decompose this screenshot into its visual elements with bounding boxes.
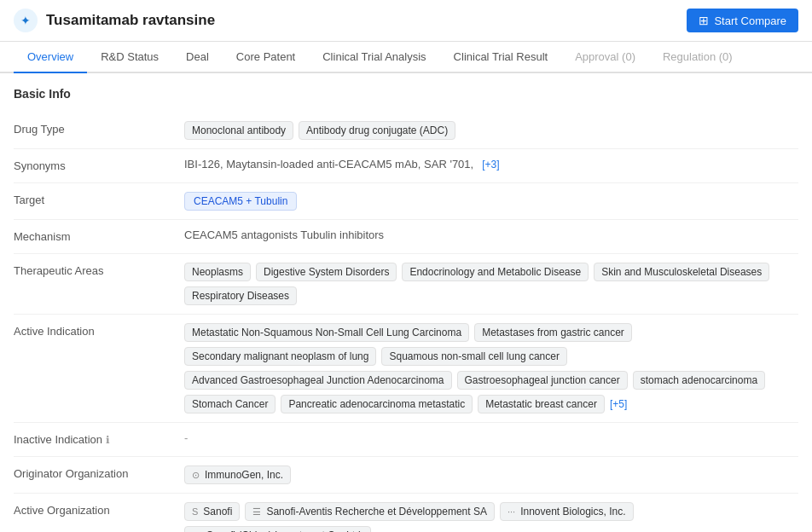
tag-5-4: Advanced Gastroesophageal Junction Adeno… — [184, 371, 452, 390]
field-label-1: Synonyms — [14, 158, 184, 172]
nav-tabs: OverviewR&D StatusDealCore PatentClinica… — [0, 42, 812, 73]
org-icon-7-0: ⊙ — [192, 470, 200, 481]
tag-5-1: Metastases from gastric cancer — [474, 323, 632, 342]
field-row-6: Inactive Indicationℹ- — [14, 423, 798, 457]
org-tag-8-2: ···Innovent Biologics, Inc. — [500, 502, 634, 521]
tag-5-7: Stomach Cancer — [184, 395, 276, 413]
tag-4-1: Digestive System Disorders — [256, 263, 397, 281]
tag-5-9: Metastatic breast cancer — [478, 395, 605, 413]
nav-tab-regulation--0-: Regulation (0) — [649, 42, 746, 73]
nav-tab-clinical-trial-result[interactable]: Clinical Trial Result — [440, 42, 562, 73]
tag-0-1: Antibody drug conjugate (ADC) — [299, 121, 455, 140]
plain-text-3: CEACAM5 antagonists Tubulin inhibitors — [184, 228, 384, 241]
field-label-4: Therapeutic Areas — [14, 263, 184, 277]
start-compare-button[interactable]: ⊞ Start Compare — [687, 9, 798, 32]
nav-tab-approval--0-: Approval (0) — [561, 42, 649, 73]
nav-tab-deal[interactable]: Deal — [172, 42, 223, 73]
org-name-7-0: ImmunoGen, Inc. — [205, 469, 283, 481]
field-value-0: Monoclonal antibodyAntibody drug conjuga… — [184, 121, 798, 140]
tag-5-5: Gastroesophageal junction cancer — [457, 371, 628, 390]
field-value-8: SSanofi☰Sanofi-Aventis Recherche et Déve… — [184, 502, 798, 532]
drug-title: Tusamitamab ravtansine — [46, 12, 215, 29]
tag-0-0: Monoclonal antibody — [184, 121, 293, 140]
tag-5-0: Metastatic Non-Squamous Non-Small Cell L… — [184, 323, 469, 342]
plain-text-1: IBI-126, Maytansin-loaded anti-CEACAM5 m… — [184, 158, 473, 171]
compare-icon: ⊞ — [699, 14, 709, 27]
field-label-7: Originator Organization — [14, 466, 184, 480]
field-label-2: Target — [14, 192, 184, 206]
field-label-0: Drug Type — [14, 121, 184, 136]
tag-5-3: Squamous non-small cell lung cancer — [381, 347, 566, 366]
org-icon-8-1: ☰ — [252, 506, 261, 518]
target-tag-2: CEACAM5 + Tubulin — [184, 192, 297, 211]
field-value-6: - — [184, 431, 798, 444]
org-name-8-0: Sanofi — [203, 506, 232, 518]
field-value-2: CEACAM5 + Tubulin — [184, 192, 798, 211]
field-row-7: Originator Organization⊙ImmunoGen, Inc. — [14, 457, 798, 494]
field-label-6: Inactive Indicationℹ — [14, 431, 184, 446]
nav-tab-overview[interactable]: Overview — [14, 42, 87, 73]
field-value-5: Metastatic Non-Squamous Non-Small Cell L… — [184, 323, 798, 413]
org-tag-8-0: SSanofi — [184, 502, 240, 521]
field-row-1: SynonymsIBI-126, Maytansin-loaded anti-C… — [14, 149, 798, 183]
field-label-8: Active Organization — [14, 502, 184, 517]
content: Basic Info Drug TypeMonoclonal antibodyA… — [0, 73, 812, 532]
org-tag-8-3: →Sanofi (China) Investment Co. Ltd. — [184, 526, 371, 532]
section-title: Basic Info — [14, 87, 798, 101]
tag-4-3: Skin and Musculoskeletal Diseases — [594, 263, 769, 281]
field-value-7: ⊙ImmunoGen, Inc. — [184, 466, 798, 484]
fields-container: Drug TypeMonoclonal antibodyAntibody dru… — [14, 113, 798, 532]
header: ✦ Tusamitamab ravtansine ⊞ Start Compare — [0, 0, 812, 42]
org-tag-8-1: ☰Sanofi-Aventis Recherche et Développeme… — [245, 502, 495, 521]
field-row-5: Active IndicationMetastatic Non-Squamous… — [14, 315, 798, 423]
field-value-3: CEACAM5 antagonists Tubulin inhibitors — [184, 228, 798, 241]
tag-4-0: Neoplasms — [184, 263, 251, 281]
tag-4-2: Endocrinology and Metabolic Disease — [402, 263, 589, 281]
tag-4-4: Respiratory Diseases — [184, 286, 297, 305]
org-tag-7-0: ⊙ImmunoGen, Inc. — [184, 466, 291, 484]
tag-5-6: stomach adenocarcinoma — [633, 371, 765, 390]
nav-tab-clinical-trial-analysis[interactable]: Clinical Trial Analysis — [309, 42, 439, 73]
nav-tab-core-patent[interactable]: Core Patent — [223, 42, 309, 73]
field-row-2: TargetCEACAM5 + Tubulin — [14, 183, 798, 220]
field-value-1: IBI-126, Maytansin-loaded anti-CEACAM5 m… — [184, 158, 798, 171]
drug-icon: ✦ — [14, 9, 38, 32]
more-link-1[interactable]: [+3] — [482, 159, 499, 171]
org-name-8-1: Sanofi-Aventis Recherche et Développemen… — [266, 506, 487, 518]
field-label-3: Mechanism — [14, 228, 184, 243]
field-value-4: NeoplasmsDigestive System DisordersEndoc… — [184, 263, 798, 305]
more-tag-5[interactable]: [+5] — [610, 398, 627, 410]
start-compare-label: Start Compare — [714, 14, 786, 27]
nav-tab-r-d-status[interactable]: R&D Status — [87, 42, 172, 73]
field-row-4: Therapeutic AreasNeoplasmsDigestive Syst… — [14, 254, 798, 315]
field-row-0: Drug TypeMonoclonal antibodyAntibody dru… — [14, 113, 798, 149]
org-icon-8-0: S — [192, 506, 198, 517]
info-icon-6[interactable]: ℹ — [106, 434, 110, 446]
dash-6: - — [184, 431, 188, 444]
field-row-8: Active OrganizationSSanofi☰Sanofi-Aventi… — [14, 494, 798, 532]
tag-5-2: Secondary malignant neoplasm of lung — [184, 347, 376, 366]
field-row-3: MechanismCEACAM5 antagonists Tubulin inh… — [14, 220, 798, 254]
tag-5-8: Pancreatic adenocarcinoma metastatic — [281, 395, 473, 413]
org-icon-8-2: ··· — [508, 506, 515, 517]
field-label-5: Active Indication — [14, 323, 184, 338]
header-left: ✦ Tusamitamab ravtansine — [14, 9, 215, 32]
org-name-8-2: Innovent Biologics, Inc. — [520, 506, 625, 518]
